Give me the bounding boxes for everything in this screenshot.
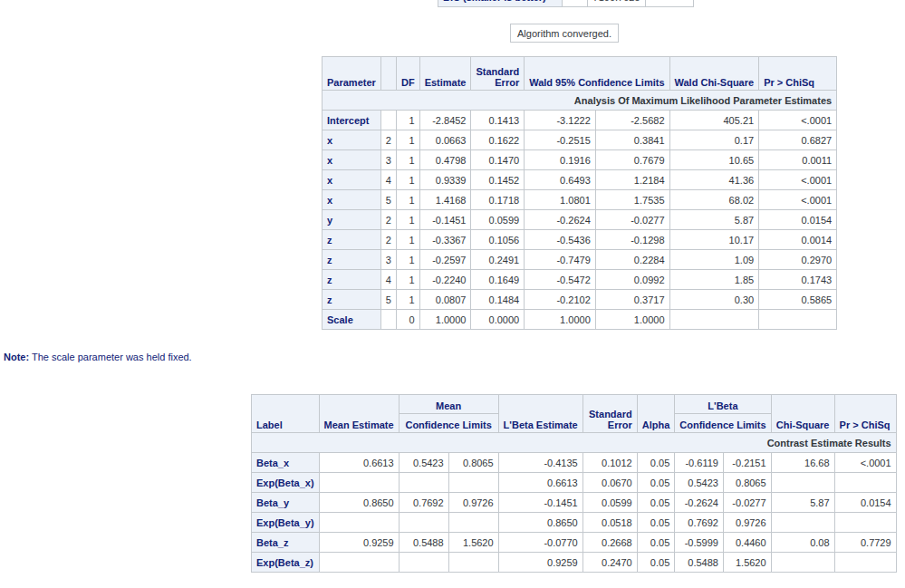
data-cell: 0.05 [637,533,675,553]
data-cell: 0.1470 [471,150,525,170]
data-cell: 0.9726 [448,493,498,513]
data-cell [448,473,498,493]
data-cell: 0.05 [637,473,675,493]
data-cell: 4 [380,170,396,190]
col-header-lbeta-confidence-limits: Confidence Limits [675,414,771,433]
data-cell: 0.7692 [399,493,448,513]
data-cell: -0.1451 [419,210,471,230]
data-cell: 5 [380,190,396,210]
data-cell: 0.6613 [319,453,399,473]
data-cell [399,513,448,533]
data-cell: -0.0277 [723,493,771,513]
table-row: Beta_x0.66130.54230.8065-0.41350.10120.0… [252,453,897,473]
row-label-cell: z [323,270,381,290]
criterion-label-cell: BIC (smaller is better) [438,0,563,7]
table-row: x310.47980.14700.19160.767910.650.0011 [323,150,837,170]
col-header-wald-confidence-limits: Wald 95% Confidence Limits [525,57,669,91]
data-cell [448,513,498,533]
data-cell: 0.0599 [582,493,637,513]
table-row: z510.08070.1484-0.21020.37170.300.5865 [323,290,837,310]
data-cell [771,553,834,573]
row-label-cell: Intercept [323,111,381,130]
table-row: BIC (smaller is better) 7100.7025 [438,0,694,7]
data-cell: -0.2624 [525,210,596,230]
data-cell: 1.0000 [419,310,471,330]
table-title: Analysis Of Maximum Likelihood Parameter… [323,91,837,111]
col-header-standard-error: Standard Error [582,395,637,433]
data-cell: 0.0000 [471,310,525,330]
data-cell: -2.5682 [595,111,669,130]
data-cell: 0.0154 [834,493,896,513]
data-cell: 3 [380,150,396,170]
data-cell: 0.2668 [582,533,637,553]
mle-parameter-estimates-table: Analysis Of Maximum Likelihood Parameter… [322,56,837,330]
data-cell: 0.5488 [675,553,724,573]
data-cell: 0.8065 [723,473,771,493]
data-cell: 1.7535 [595,190,669,210]
data-cell: 0.1649 [471,270,525,290]
note-text: The scale parameter was held fixed. [32,352,192,362]
data-cell: 0.4798 [419,150,471,170]
table-title: Contrast Estimate Results [252,433,897,453]
convergence-status-text: Algorithm converged. [517,28,611,39]
data-cell: <.0001 [759,170,837,190]
data-cell: 1 [396,130,419,150]
data-cell [319,473,399,493]
row-label-cell: Exp(Beta_z) [252,553,320,573]
data-cell: 0.1056 [471,230,525,250]
table-row: z41-0.22400.1649-0.54720.09921.850.1743 [323,270,837,290]
data-cell: -2.8452 [419,111,471,130]
data-cell: -0.4135 [498,453,582,473]
data-cell [834,473,896,493]
data-cell [380,310,396,330]
table-row: x410.93390.14520.64931.218441.36<.0001 [323,170,837,190]
data-cell [399,473,448,493]
data-cell: 1.0000 [525,310,596,330]
data-cell: -0.2597 [419,250,471,270]
data-cell: 0.0992 [595,270,669,290]
col-group-header-lbeta: L'Beta [675,395,771,414]
data-cell: -0.2151 [723,453,771,473]
data-cell: 0.08 [771,533,834,553]
col-header-mean-estimate: Mean Estimate [319,395,399,433]
data-cell: 0.8650 [498,513,582,533]
data-cell: -0.1298 [595,230,669,250]
col-header-pr-chisq: Pr > ChiSq [834,395,896,433]
data-cell: 1.4168 [419,190,471,210]
convergence-status-box: Algorithm converged. [510,24,619,43]
col-header-wald-chi-square: Wald Chi-Square [669,57,759,91]
data-cell: -0.5472 [525,270,596,290]
table-row: Exp(Beta_z)0.92590.24700.050.54881.5620 [252,553,897,573]
data-cell: 0.6827 [759,130,837,150]
data-cell: 0.9339 [419,170,471,190]
data-cell: 0.2284 [595,250,669,270]
col-header-standard-error: Standard Error [471,57,525,91]
data-cell: -0.0277 [595,210,669,230]
data-cell [669,310,759,330]
data-cell: -0.2515 [525,130,596,150]
note-label: Note: [4,352,29,362]
data-cell: 0.9259 [498,553,582,573]
data-cell: 3 [380,250,396,270]
row-label-cell: Exp(Beta_y) [252,513,320,533]
data-cell: 0.1484 [471,290,525,310]
data-cell: 0.0599 [471,210,525,230]
data-cell: 1.0000 [595,310,669,330]
table-row: Beta_y0.86500.76920.9726-0.14510.05990.0… [252,493,897,513]
data-cell: 0.1743 [759,270,837,290]
data-cell: 0.1452 [471,170,525,190]
data-cell: 0.3841 [595,130,669,150]
data-cell: 5 [380,290,396,310]
data-cell: 1 [396,111,419,130]
data-cell: 0.30 [669,290,759,310]
goodness-of-fit-table-fragment: BIC (smaller is better) 7100.7025 [438,0,694,7]
row-label-cell: x [323,130,381,150]
row-label-cell: z [323,290,381,310]
data-cell: 2 [380,210,396,230]
data-cell: 0.0154 [759,210,837,230]
data-cell: 0.6493 [525,170,596,190]
col-header-label: Label [252,395,320,433]
data-cell: -0.2624 [675,493,724,513]
data-cell: 0.05 [637,513,675,533]
data-cell: 0.0011 [759,150,837,170]
